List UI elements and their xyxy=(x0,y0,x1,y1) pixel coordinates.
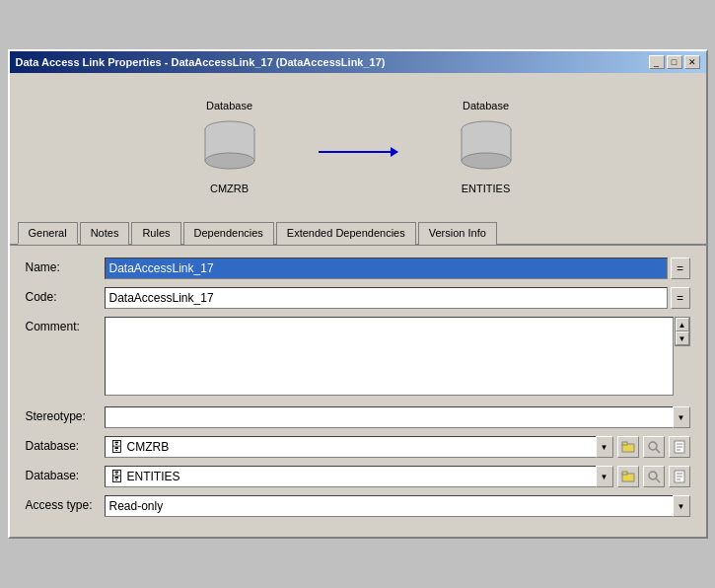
close-button[interactable]: ✕ xyxy=(684,55,700,69)
database2-properties-btn[interactable] xyxy=(669,466,690,487)
database1-properties-btn[interactable] xyxy=(669,436,690,458)
maximize-button[interactable]: □ xyxy=(667,55,682,69)
code-eq-button[interactable]: = xyxy=(671,287,690,309)
database1-row: Database: 🗄 CMZRB ▼ xyxy=(26,436,690,458)
svg-line-13 xyxy=(656,449,660,453)
database1-field-container: 🗄 CMZRB ▼ xyxy=(105,436,690,458)
folder-icon xyxy=(621,440,635,454)
svg-point-7 xyxy=(462,153,511,169)
name-eq-button[interactable]: = xyxy=(671,257,690,279)
content-area: Name: = Code: = Comment: ▲ xyxy=(10,246,706,537)
name-row: Name: = xyxy=(26,257,690,279)
search-icon xyxy=(647,440,661,454)
comment-field-container: ▲ ▼ xyxy=(105,317,690,399)
tab-notes[interactable]: Notes xyxy=(80,222,130,245)
name-label: Name: xyxy=(26,257,105,274)
access-type-row: Access type: ▼ xyxy=(26,495,690,517)
stereotype-input[interactable] xyxy=(105,406,690,428)
name-field-container: = xyxy=(105,257,690,279)
database1-browse-btn1[interactable] xyxy=(617,436,639,458)
database2-icon: 🗄 xyxy=(109,469,123,484)
svg-point-20 xyxy=(649,472,657,479)
folder-icon2 xyxy=(621,470,635,483)
database2-field-container: 🗄 ENTITIES ▼ xyxy=(105,466,690,487)
code-label: Code: xyxy=(26,287,105,304)
tab-general[interactable]: General xyxy=(18,222,78,245)
code-input[interactable] xyxy=(105,287,668,309)
target-db-header-label: Database xyxy=(463,100,509,111)
stereotype-row: Stereotype: ▼ xyxy=(26,406,690,428)
tab-rules[interactable]: Rules xyxy=(131,222,180,245)
database2-select[interactable]: 🗄 ENTITIES xyxy=(105,466,613,487)
properties-icon2 xyxy=(673,470,686,483)
comment-label: Comment: xyxy=(26,317,105,333)
connection-arrow xyxy=(319,151,397,153)
svg-rect-19 xyxy=(622,472,627,475)
target-db-column: Database ENTITIES xyxy=(457,100,516,194)
source-db-header-label: Database xyxy=(206,100,252,111)
access-type-select-wrapper: ▼ xyxy=(105,495,690,517)
window-title: Data Access Link Properties - DataAccess… xyxy=(16,56,386,68)
target-db-icon xyxy=(457,117,516,177)
database1-select[interactable]: 🗄 CMZRB xyxy=(105,436,613,458)
source-db-name: CMZRB xyxy=(210,183,249,194)
access-type-field-container: ▼ xyxy=(105,495,690,517)
comment-textarea-wrapper xyxy=(105,317,674,399)
properties-icon xyxy=(673,440,686,454)
database2-row: Database: 🗄 ENTITIES ▼ xyxy=(26,466,690,487)
stereotype-label: Stereotype: xyxy=(26,406,105,423)
scroll-down-btn[interactable]: ▼ xyxy=(676,331,689,345)
svg-line-21 xyxy=(656,478,660,482)
search-icon2 xyxy=(647,470,661,483)
database2-browse-btn2[interactable] xyxy=(643,466,665,487)
diagram-area: Database CMZRB Database ENTITIES xyxy=(10,73,706,221)
code-field-container: = xyxy=(105,287,690,309)
main-window: Data Access Link Properties - DataAccess… xyxy=(8,49,708,539)
comment-row: Comment: ▲ ▼ xyxy=(26,317,690,399)
tabs-row: General Notes Rules Dependencies Extende… xyxy=(10,221,706,246)
tab-extended-dependencies[interactable]: Extended Dependencies xyxy=(276,222,416,245)
source-db-column: Database CMZRB xyxy=(200,100,259,194)
svg-rect-11 xyxy=(622,442,627,445)
database1-value: CMZRB xyxy=(127,440,170,454)
database1-label: Database: xyxy=(26,436,105,453)
database1-icon: 🗄 xyxy=(109,439,123,455)
scroll-up-btn[interactable]: ▲ xyxy=(676,318,689,331)
database1-browse-btn2[interactable] xyxy=(643,436,665,458)
stereotype-select-wrapper: ▼ xyxy=(105,406,690,428)
database1-select-wrapper: 🗄 CMZRB ▼ xyxy=(105,436,613,458)
access-type-label: Access type: xyxy=(26,495,105,512)
title-bar: Data Access Link Properties - DataAccess… xyxy=(10,51,706,73)
arrow-container xyxy=(319,151,397,153)
database2-label: Database: xyxy=(26,466,105,482)
comment-scrollbar[interactable]: ▲ ▼ xyxy=(675,317,690,346)
svg-point-2 xyxy=(205,153,254,169)
database2-value: ENTITIES xyxy=(127,470,180,483)
tab-dependencies[interactable]: Dependencies xyxy=(183,222,274,245)
svg-point-12 xyxy=(649,442,657,450)
code-row: Code: = xyxy=(26,287,690,309)
access-type-input[interactable] xyxy=(105,495,690,517)
stereotype-field-container: ▼ xyxy=(105,406,690,428)
name-input[interactable] xyxy=(105,257,668,279)
database2-select-wrapper: 🗄 ENTITIES ▼ xyxy=(105,466,613,487)
target-db-name: ENTITIES xyxy=(462,183,511,194)
tab-version-info[interactable]: Version Info xyxy=(418,222,497,245)
source-db-icon xyxy=(200,117,259,177)
database2-browse-btn1[interactable] xyxy=(617,466,639,487)
comment-textarea[interactable] xyxy=(105,317,674,396)
minimize-button[interactable]: _ xyxy=(649,55,665,69)
title-bar-buttons: _ □ ✕ xyxy=(649,55,700,69)
